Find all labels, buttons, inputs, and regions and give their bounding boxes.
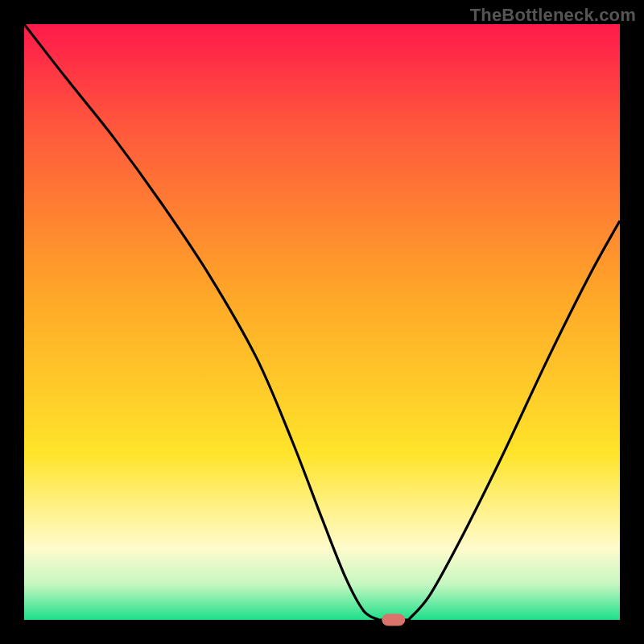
watermark-text: TheBottleneck.com [470,5,636,26]
plot-area [24,24,620,620]
optimum-marker [382,614,405,625]
bottleneck-chart: TheBottleneck.com [0,0,644,644]
chart-svg [0,0,644,644]
